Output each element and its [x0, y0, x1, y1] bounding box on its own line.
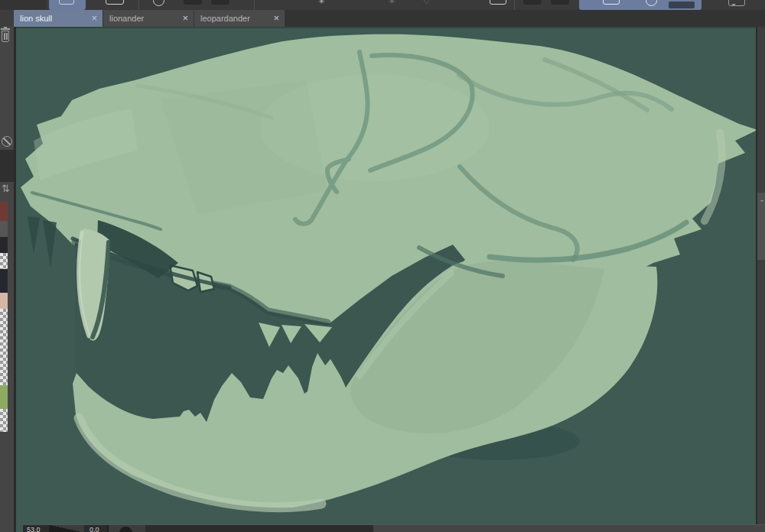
- tool-icon: [669, 2, 695, 8]
- toolbar-active-tool-button[interactable]: [49, 0, 86, 10]
- size-ramp-slider[interactable]: [50, 525, 84, 532]
- blocked-circle-icon[interactable]: [2, 136, 12, 147]
- left-sidebar: ⇅: [0, 27, 16, 532]
- right-docker-strip: ⌄: [756, 27, 765, 532]
- color-swatch-beige[interactable]: [0, 293, 8, 309]
- toolbar-button[interactable]: [153, 0, 164, 6]
- toolbar-button[interactable]: [551, 0, 569, 5]
- toolbar-button[interactable]: [184, 0, 202, 5]
- tab-lion-skull[interactable]: lion skull ×: [14, 10, 103, 27]
- toolbar-separator: [514, 0, 515, 10]
- toolbar-button[interactable]: [106, 0, 124, 5]
- sidebar-pressed-section: [0, 150, 14, 182]
- color-swatch-dark-navy[interactable]: [0, 269, 8, 293]
- toolbar-button[interactable]: [211, 0, 230, 5]
- toolbar: ✳ ✳ ♡: [0, 0, 765, 10]
- trash-icon[interactable]: [0, 27, 11, 44]
- application-window: ✳ ✳ ♡ lion skull × lionander × leopardan…: [0, 0, 765, 532]
- toolbar-button[interactable]: [523, 0, 542, 5]
- toolbar-left-block: [0, 0, 46, 10]
- tool-icon: [646, 0, 657, 6]
- rotation-value[interactable]: 0.0: [84, 525, 107, 532]
- brush-options-bar: 53.0 0.0: [23, 524, 765, 532]
- toolbar-active-group[interactable]: [579, 0, 702, 10]
- close-icon[interactable]: ×: [91, 10, 97, 26]
- toolbar-button[interactable]: [490, 0, 506, 5]
- color-swatch-transparent[interactable]: [0, 309, 8, 385]
- tab-label: lion skull: [20, 10, 52, 27]
- lion-skull-painting: [16, 27, 756, 532]
- chevron-down-icon[interactable]: ⌄: [757, 195, 765, 204]
- document-tab-bar: lion skull × lionander × leopardander ×: [0, 10, 765, 27]
- tabbar-left-edge: [0, 10, 14, 27]
- toolbar-button[interactable]: ✳: [389, 0, 395, 5]
- heart-icon[interactable]: ♡: [423, 0, 430, 5]
- tab-label: lionander: [109, 10, 144, 27]
- tool-icon: [59, 0, 74, 5]
- toolbar-separator: [254, 0, 255, 10]
- color-swatch-transparent[interactable]: [0, 409, 8, 432]
- color-swatch-transparent[interactable]: [0, 253, 8, 269]
- brush-size-value[interactable]: 53.0: [23, 525, 49, 532]
- mirror-icon[interactable]: ✳: [318, 0, 324, 5]
- incisor-notches: [28, 216, 57, 268]
- chat-bubble-icon[interactable]: [728, 0, 745, 6]
- close-icon[interactable]: ×: [273, 10, 279, 26]
- color-swatch-gray[interactable]: [0, 221, 8, 237]
- tool-icon: [603, 0, 620, 5]
- bar-spacer: [145, 525, 373, 532]
- color-swatch-dark-navy[interactable]: [0, 237, 8, 253]
- painting-canvas[interactable]: [16, 27, 756, 532]
- dial-knob: [119, 527, 132, 532]
- close-icon[interactable]: ×: [182, 10, 188, 26]
- tab-lionander[interactable]: lionander ×: [103, 10, 194, 27]
- color-swatch-dark-red[interactable]: [0, 202, 8, 221]
- tab-leopardander[interactable]: leopardander ×: [194, 10, 285, 27]
- bar-slider-track[interactable]: [373, 525, 765, 532]
- color-swatch-green[interactable]: [0, 385, 8, 409]
- tab-label: leopardander: [200, 10, 250, 27]
- toolbar-separator: [138, 0, 139, 10]
- angle-dial[interactable]: [109, 525, 145, 532]
- swap-icon[interactable]: ⇅: [2, 183, 10, 194]
